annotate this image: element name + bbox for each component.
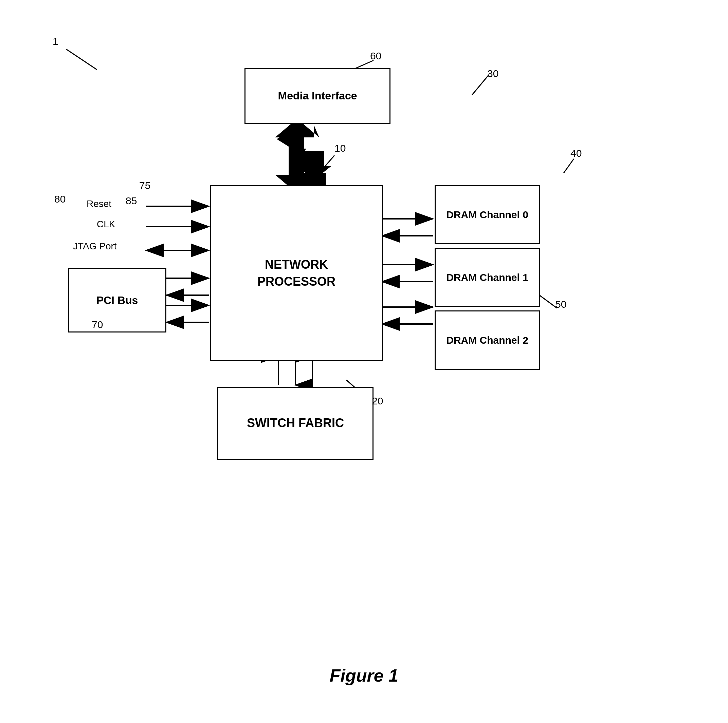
figure-title: Figure 1 — [0, 665, 728, 686]
svg-rect-11 — [290, 137, 304, 175]
ref60: 60 — [370, 50, 381, 62]
ref50: 50 — [555, 299, 566, 310]
dram0-box: DRAM Channel 0 — [434, 185, 540, 244]
jtag-label: JTAG Port — [73, 241, 117, 252]
diagram: Media Interface NETWORKPROCESSOR SWITCH … — [0, 0, 728, 723]
pci-bus-label: PCI Bus — [96, 293, 138, 308]
media-interface-label: Media Interface — [278, 90, 357, 102]
network-processor-label: NETWORKPROCESSOR — [257, 256, 335, 290]
switch-fabric-box: SWITCH FABRIC — [217, 387, 373, 460]
ref85: 85 — [125, 195, 137, 207]
ref75: 75 — [139, 180, 150, 191]
clk-label: CLK — [97, 219, 115, 230]
ref1: 1 — [53, 36, 58, 47]
ref20: 20 — [372, 395, 383, 407]
ref30-line — [472, 75, 489, 95]
dram0-label: DRAM Channel 0 — [446, 207, 528, 222]
ref40: 40 — [570, 148, 582, 159]
ref70: 70 — [92, 319, 103, 331]
dram1-label: DRAM Channel 1 — [446, 270, 528, 285]
ref10: 10 — [335, 142, 346, 154]
ref40-line — [564, 159, 574, 173]
ref10-line — [319, 156, 335, 173]
dram2-label: DRAM Channel 2 — [446, 333, 528, 348]
media-np-block-arrows — [275, 119, 319, 194]
pci-bus-box: PCI Bus — [68, 268, 167, 333]
reset-label: Reset — [87, 198, 112, 209]
ref30: 30 — [487, 68, 499, 79]
network-processor-box: NETWORKPROCESSOR — [210, 185, 383, 362]
switch-fabric-label: SWITCH FABRIC — [247, 415, 344, 432]
ref80: 80 — [54, 194, 66, 205]
media-interface-box: Media Interface — [245, 68, 390, 124]
dram1-box: DRAM Channel 1 — [434, 248, 540, 307]
ref1-line — [66, 49, 97, 70]
dram2-box: DRAM Channel 2 — [434, 310, 540, 370]
